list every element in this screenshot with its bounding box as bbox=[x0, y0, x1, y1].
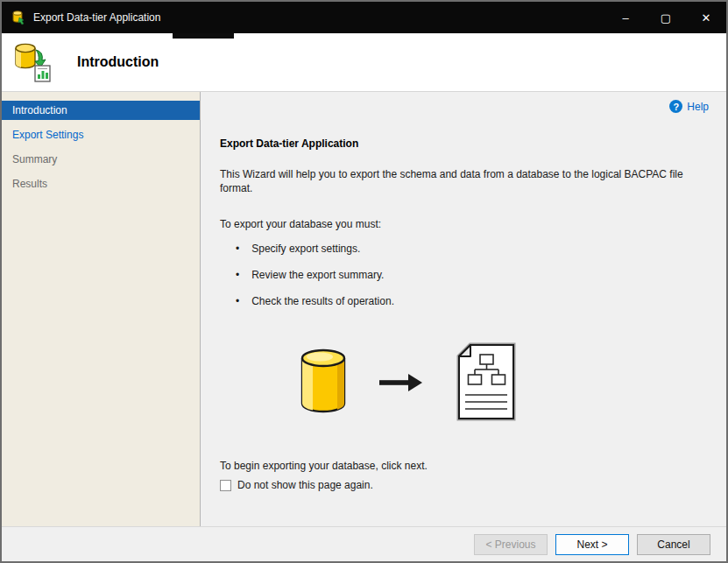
sidebar-item-results: Results bbox=[2, 174, 200, 194]
maximize-button[interactable]: ▢ bbox=[646, 2, 686, 33]
begin-export-text: To begin exporting your database, click … bbox=[220, 460, 691, 472]
next-button[interactable]: Next > bbox=[555, 534, 629, 555]
list-item: Check the results of operation. bbox=[236, 295, 691, 307]
previous-button[interactable]: < Previous bbox=[474, 534, 548, 555]
help-icon: ? bbox=[669, 100, 682, 113]
arrow-right-icon bbox=[379, 372, 423, 393]
wizard-steps-sidebar: Introduction Export Settings Summary Res… bbox=[2, 92, 201, 526]
main-area: Introduction Export Settings Summary Res… bbox=[2, 92, 726, 526]
sidebar-item-export-settings[interactable]: Export Settings bbox=[2, 125, 200, 144]
checkbox-label: Do not show this page again. bbox=[237, 479, 373, 491]
bullet-text: Check the results of operation. bbox=[251, 295, 394, 307]
do-not-show-checkbox[interactable]: Do not show this page again. bbox=[220, 479, 691, 491]
bullet-text: Specify export settings. bbox=[251, 243, 360, 255]
content-heading: Export Data-tier Application bbox=[220, 137, 691, 150]
cancel-button[interactable]: Cancel bbox=[637, 534, 710, 555]
database-export-icon bbox=[12, 41, 54, 83]
requirements-list: Specify export settings. Review the expo… bbox=[236, 243, 691, 307]
export-data-tier-wizard-window: Export Data-tier Application – ▢ ✕ Intro… bbox=[0, 0, 728, 563]
sidebar-item-introduction[interactable]: Introduction bbox=[2, 101, 200, 120]
window-controls: – ▢ ✕ bbox=[605, 2, 726, 33]
sidebar-item-summary: Summary bbox=[2, 150, 200, 169]
intro-text: This Wizard will help you to export the … bbox=[220, 167, 691, 195]
export-illustration bbox=[297, 342, 577, 423]
requirements-label: To export your database you must: bbox=[220, 218, 691, 230]
close-button[interactable]: ✕ bbox=[686, 2, 726, 33]
titlebar-artifact bbox=[173, 33, 234, 39]
help-link[interactable]: ? Help bbox=[669, 100, 709, 113]
wizard-header: Introduction bbox=[2, 33, 726, 92]
page-title: Introduction bbox=[77, 54, 159, 70]
checkbox-icon[interactable] bbox=[220, 480, 231, 491]
footer-button-bar: < Previous Next > Cancel bbox=[2, 526, 726, 561]
database-cylinder-icon bbox=[297, 348, 350, 418]
bacpac-document-icon bbox=[453, 342, 519, 423]
bullet-text: Review the export summary. bbox=[251, 269, 384, 281]
list-item: Specify export settings. bbox=[236, 243, 691, 255]
minimize-button[interactable]: – bbox=[605, 2, 646, 33]
content-panel: ? Help Export Data-tier Application This… bbox=[201, 92, 726, 526]
app-database-export-icon bbox=[11, 10, 26, 25]
list-item: Review the export summary. bbox=[236, 269, 691, 281]
titlebar: Export Data-tier Application – ▢ ✕ bbox=[2, 2, 726, 33]
window-title: Export Data-tier Application bbox=[33, 11, 160, 24]
help-label: Help bbox=[687, 101, 709, 113]
